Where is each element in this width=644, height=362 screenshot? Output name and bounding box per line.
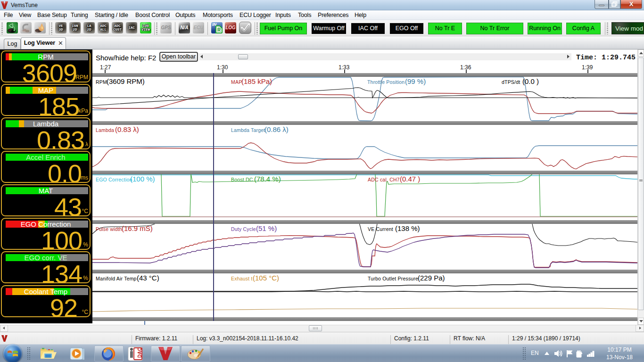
svg-text:R: R (217, 27, 221, 33)
